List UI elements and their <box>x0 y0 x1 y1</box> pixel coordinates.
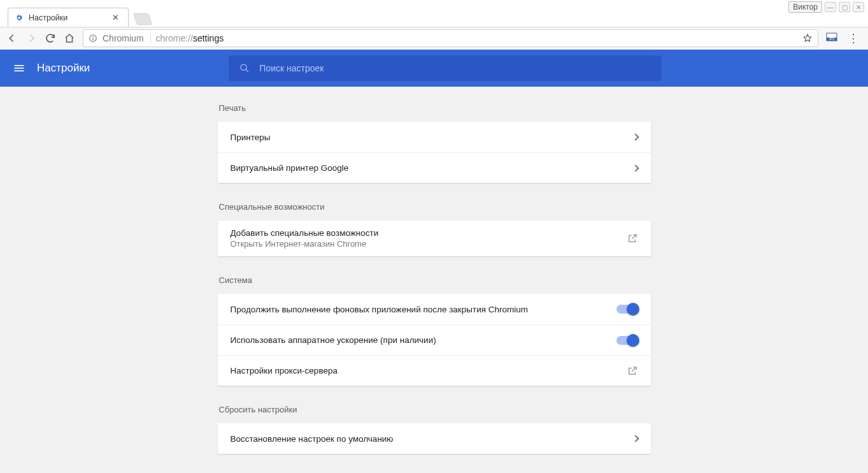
extension-jps-icon[interactable]: JPS <box>826 33 837 44</box>
omnibox-url: chrome://settings <box>156 33 224 43</box>
svg-text:JPS: JPS <box>829 37 835 41</box>
window-maximize-button[interactable]: ▢ <box>839 2 850 12</box>
tab-close-icon[interactable]: ✕ <box>110 13 122 22</box>
search-icon <box>239 62 250 74</box>
home-button[interactable] <box>64 33 75 44</box>
gear-icon <box>15 13 24 22</box>
os-titlebar: Виктор — ▢ ✕ <box>788 1 864 13</box>
browser-tab-settings[interactable]: Настройки ✕ <box>8 8 129 27</box>
settings-header: Настройки <box>0 50 868 87</box>
omnibox-origin: Chromium <box>103 33 151 43</box>
browser-toolbar: Chromium chrome://settings JPS ⋮ <box>0 27 868 50</box>
os-username: Виктор <box>788 1 822 13</box>
browser-menu-button[interactable]: ⋮ <box>845 31 862 45</box>
svg-point-1 <box>92 36 94 38</box>
svg-rect-7 <box>15 68 24 69</box>
svg-point-9 <box>241 64 246 70</box>
svg-rect-6 <box>15 65 24 66</box>
svg-rect-2 <box>92 38 93 40</box>
site-info-icon[interactable] <box>89 34 97 43</box>
tab-strip: Настройки ✕ <box>0 0 868 27</box>
tab-title: Настройки <box>29 13 110 22</box>
window-close-button[interactable]: ✕ <box>853 2 864 12</box>
window-minimize-button[interactable]: — <box>825 2 836 12</box>
new-tab-button[interactable] <box>133 13 152 25</box>
svg-rect-8 <box>15 70 24 71</box>
reload-button[interactable] <box>45 33 56 44</box>
forward-button[interactable] <box>25 33 37 44</box>
settings-search-box[interactable] <box>229 55 662 81</box>
page-title: Настройки <box>37 62 90 75</box>
hamburger-menu-icon[interactable] <box>13 62 25 75</box>
back-button[interactable] <box>6 33 18 44</box>
settings-search-input[interactable] <box>259 63 651 73</box>
bookmark-star-icon[interactable] <box>802 33 813 43</box>
address-bar[interactable]: Chromium chrome://settings <box>83 29 818 47</box>
